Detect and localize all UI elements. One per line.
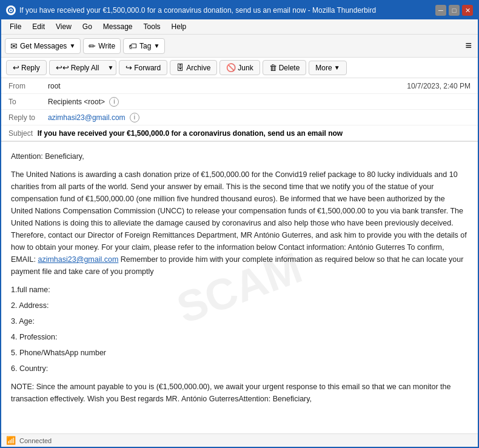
get-messages-label: Get Messages xyxy=(20,42,67,50)
menu-bar: File Edit View Go Message Tools Help xyxy=(1,19,478,35)
to-value: Recipients <root> i xyxy=(48,97,471,107)
envelope-icon: ✉ xyxy=(10,41,18,51)
hamburger-menu-button[interactable]: ≡ xyxy=(463,37,474,55)
reply-to-link[interactable]: azimhasi23@gmail.com xyxy=(48,113,126,121)
reply-all-button[interactable]: ↩↩ Reply All xyxy=(49,60,106,75)
from-label: From xyxy=(8,82,48,90)
reply-all-dropdown[interactable]: ▼ xyxy=(105,60,116,75)
reply-to-value: azimhasi23@gmail.com i xyxy=(48,113,471,122)
para-0: Attention: Beneficiary, xyxy=(11,150,468,162)
reply-all-group: ↩↩ Reply All ▼ xyxy=(49,60,117,75)
tag-label: Tag xyxy=(139,42,151,50)
reply-to-security-icon[interactable]: i xyxy=(130,113,139,122)
wifi-icon: 📶 xyxy=(6,436,16,445)
para-3: 2. Address: xyxy=(11,299,468,312)
para-7: 6. Country: xyxy=(11,363,468,375)
archive-label: Archive xyxy=(186,64,210,72)
security-icon[interactable]: i xyxy=(109,97,119,107)
menu-tools[interactable]: Tools xyxy=(139,21,166,33)
minimize-button[interactable]: ─ xyxy=(435,5,446,16)
pencil-icon: ✏ xyxy=(89,41,96,51)
reply-to-label: Reply to xyxy=(8,113,48,122)
delete-label: Delete xyxy=(279,64,300,72)
menu-help[interactable]: Help xyxy=(167,21,192,33)
reply-all-icon: ↩↩ xyxy=(56,63,69,72)
reply-icon: ↩ xyxy=(13,63,19,72)
to-row: To Recipients <root> i xyxy=(1,94,478,110)
write-label: Write xyxy=(98,42,115,50)
menu-edit[interactable]: Edit xyxy=(27,21,50,33)
email-header: From root 10/7/2023, 2:40 PM To Recipien… xyxy=(1,78,478,142)
window-controls: ─ □ ✕ xyxy=(435,5,473,16)
menu-go[interactable]: Go xyxy=(78,21,97,33)
maximize-button[interactable]: □ xyxy=(449,5,460,16)
menu-file[interactable]: File xyxy=(5,21,26,33)
archive-button[interactable]: 🗄 Archive xyxy=(170,60,217,75)
more-button[interactable]: More ▼ xyxy=(309,61,346,75)
junk-icon: 🚫 xyxy=(226,63,236,72)
title-bar: If you have received your €1,500,000.0 f… xyxy=(1,1,478,19)
email-body-text: Attention: Beneficiary, The United Natio… xyxy=(11,150,468,405)
from-row: From root 10/7/2023, 2:40 PM xyxy=(1,78,478,94)
email-contact-link[interactable]: azimhasi23@gmail.com xyxy=(38,255,118,264)
para-5: 4. Profession: xyxy=(11,331,468,343)
para-6: 5. Phone/WhatsApp number xyxy=(11,347,468,359)
email-body: SCAM Attention: Beneficiary, The United … xyxy=(1,142,478,433)
menu-view[interactable]: View xyxy=(51,21,76,33)
forward-label: Forward xyxy=(134,64,161,72)
to-label: To xyxy=(8,98,48,106)
para-8: NOTE: Since the amount payable to you is… xyxy=(11,381,468,405)
tag-dropdown-icon: ▼ xyxy=(153,42,159,49)
archive-icon: 🗄 xyxy=(176,63,184,72)
app-icon xyxy=(6,5,16,15)
menu-message[interactable]: Message xyxy=(98,21,138,33)
more-label: More xyxy=(315,64,332,72)
para-2: 1.full name: xyxy=(11,284,468,296)
forward-icon: ↪ xyxy=(126,63,132,72)
forward-button[interactable]: ↪ Forward xyxy=(119,60,167,75)
reply-button[interactable]: ↩ Reply xyxy=(6,60,47,75)
reply-all-label: Reply All xyxy=(71,64,99,72)
action-bar: ↩ Reply ↩↩ Reply All ▼ ↪ Forward 🗄 Archi… xyxy=(1,58,478,78)
svg-point-2 xyxy=(10,10,12,12)
junk-button[interactable]: 🚫 Junk xyxy=(219,60,260,75)
main-window: If you have received your €1,500,000.0 f… xyxy=(0,0,479,448)
more-dropdown-icon: ▼ xyxy=(334,64,340,71)
para-1: The United Nations is awarding a cash do… xyxy=(11,169,468,278)
toolbar: ✉ Get Messages ▼ ✏ Write 🏷 Tag ▼ ≡ xyxy=(1,35,478,58)
delete-button[interactable]: 🗑 Delete xyxy=(263,60,307,75)
close-button[interactable]: ✕ xyxy=(462,5,473,16)
from-value: root xyxy=(48,82,407,90)
para-4: 3. Age: xyxy=(11,315,468,327)
write-button[interactable]: ✏ Write xyxy=(83,38,121,54)
reply-to-row: Reply to azimhasi23@gmail.com i xyxy=(1,110,478,125)
reply-label: Reply xyxy=(21,64,40,72)
tag-icon: 🏷 xyxy=(129,41,137,51)
get-messages-button[interactable]: ✉ Get Messages ▼ xyxy=(5,38,81,54)
tag-button[interactable]: 🏷 Tag ▼ xyxy=(123,38,165,54)
junk-label: Junk xyxy=(238,64,253,72)
subject-value: If you have received your €1,500,000.0 f… xyxy=(38,129,343,138)
delete-icon: 🗑 xyxy=(269,63,277,72)
status-bar: 📶 Connected xyxy=(1,433,478,447)
get-messages-dropdown-icon: ▼ xyxy=(69,42,75,49)
email-date: 10/7/2023, 2:40 PM xyxy=(407,82,471,90)
connection-status: Connected xyxy=(19,437,52,444)
subject-row: Subject If you have received your €1,500… xyxy=(1,125,478,141)
window-title: If you have received your €1,500,000.0 f… xyxy=(19,6,432,15)
subject-label: Subject xyxy=(8,129,33,138)
